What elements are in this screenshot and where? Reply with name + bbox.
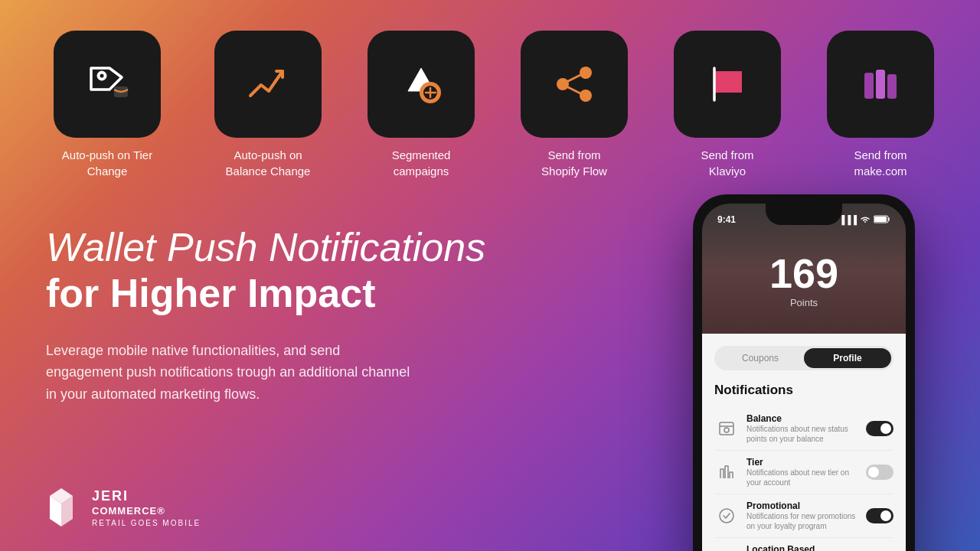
feature-auto-push-tier: Auto-push on Tier Change [46,31,168,179]
notif-promo-title: Promotional [746,500,858,511]
notif-tier-title: Tier [746,457,858,468]
status-icons: ▐▐▐ [839,214,890,225]
promo-icon [714,504,739,528]
toggle-tier[interactable] [866,465,893,480]
tab-coupons[interactable]: Coupons [717,348,804,368]
svg-line-8 [568,75,580,81]
feature-label-shopify: Send fromShopify Flow [541,147,607,179]
phone-tabs[interactable]: Coupons Profile [714,346,893,370]
logo-area: JERI COMMERCE® RETAIL GOES MOBILE [46,487,201,528]
logo-brand: JERI [92,487,201,505]
tag-icon [80,57,134,111]
heading-bold: for Higher Impact [46,271,376,315]
feature-label-balance: Auto-push onBalance Change [226,147,311,179]
notif-row-location: Location Based Notifications based on th… [714,538,893,551]
flag-icon [701,57,754,111]
feature-send-shopify: Send fromShopify Flow [521,31,628,179]
phone-mockup: 9:41 ▐▐▐ [674,194,934,551]
flow-icon [547,57,601,111]
phone-time: 9:41 [717,214,736,225]
notif-balance-title: Balance [746,413,858,424]
svg-marker-11 [714,71,742,93]
books-icon [854,57,907,111]
battery-icon [874,215,890,225]
svg-rect-14 [887,74,897,99]
feature-send-klaviyo: Send fromKlaviyo [674,31,781,179]
logo-commerce: COMMERCE® [92,505,201,518]
tab-profile[interactable]: Profile [804,348,891,368]
jeri-logo-icon [46,488,84,527]
signal-icon: ▐▐▐ [839,215,857,224]
svg-point-1 [100,74,104,78]
location-icon [714,547,739,551]
notif-promo-text: Promotional Notifications for new promot… [746,500,858,531]
svg-point-18 [724,428,729,432]
phone-screen: 9:41 ▐▐▐ [702,204,906,551]
svg-point-5 [557,78,569,90]
features-row: Auto-push on Tier Change Auto-push onBal… [0,0,980,194]
toggle-balance[interactable] [866,421,893,436]
feature-label-make: Send frommake.com [854,147,906,179]
phone-notch [766,204,842,225]
svg-rect-13 [876,70,885,99]
main-heading: Wallet Push Notifications for Higher Imp… [46,225,643,317]
phone-points-number: 169 [769,253,838,294]
heading-italic: Wallet Push Notifications [46,225,485,269]
toggle-promo[interactable] [866,508,893,523]
logo-text: JERI COMMERCE® RETAIL GOES MOBILE [92,487,201,528]
phone-outer: 9:41 ▐▐▐ [693,194,915,551]
svg-point-6 [580,67,592,79]
notif-promo-desc: Notifications for new promotions on your… [746,511,858,531]
svg-rect-12 [864,73,874,99]
tier-icon [714,460,739,484]
feature-label-tier: Auto-push on Tier Change [46,147,168,179]
phone-white-section: Coupons Profile Notifications [702,334,906,551]
chart-icon [241,57,295,111]
feature-icon-box-balance [214,31,322,138]
notif-row-promo: Promotional Notifications for new promot… [714,494,893,538]
feature-auto-push-balance: Auto-push onBalance Change [214,31,322,179]
notif-row-tier: Tier Notifications about new tier on you… [714,451,893,494]
shapes-icon [394,57,448,111]
svg-line-9 [568,87,580,93]
svg-point-7 [580,90,592,102]
feature-icon-box-make [827,31,934,138]
notifications-title: Notifications [714,383,893,398]
svg-rect-16 [874,217,887,222]
notif-tier-desc: Notifications about new tier on your acc… [746,468,858,487]
wifi-icon [860,215,871,225]
notif-row-balance: Balance Notifications about new status p… [714,407,893,451]
phone-points-label: Points [790,297,818,308]
svg-point-19 [720,509,733,523]
notif-location-text: Location Based Notifications based on th… [746,544,858,551]
feature-icon-box-segmented [368,31,475,138]
feature-segmented: Segmentedcampaigns [368,31,475,179]
feature-icon-box-shopify [521,31,628,138]
left-content: Wallet Push Notifications for Higher Imp… [46,210,643,406]
notif-location-title: Location Based [746,544,858,551]
notif-balance-desc: Notifications about new status points on… [746,424,858,444]
description-text: Leverage mobile native functionalities, … [46,340,413,406]
feature-label-segmented: Segmentedcampaigns [392,147,451,179]
feature-icon-box-klaviyo [674,31,781,138]
balance-icon [714,416,739,441]
notif-balance-text: Balance Notifications about new status p… [746,413,858,444]
notif-tier-text: Tier Notifications about new tier on you… [746,457,858,487]
feature-icon-box-tier [54,31,161,138]
feature-send-make: Send frommake.com [827,31,934,179]
feature-label-klaviyo: Send fromKlaviyo [701,147,753,179]
logo-tagline: RETAIL GOES MOBILE [92,518,201,528]
